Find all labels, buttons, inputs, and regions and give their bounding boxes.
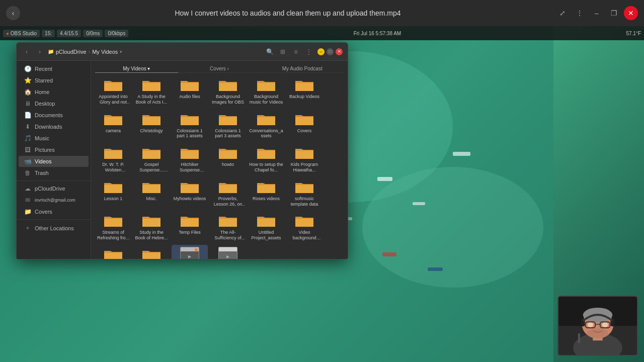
sidebar-item-starred[interactable]: ⭐ Starred <box>19 75 89 86</box>
fm-controls-right: 🔍 ⊞ ≡ ⋮ <box>264 46 314 57</box>
sidebar-label-home: Home <box>35 89 49 95</box>
sidebar-item-trash[interactable]: 🗑 Trash <box>19 167 89 178</box>
sidebar-item-home[interactable]: 🏠 Home <box>19 86 89 98</box>
folder-youtube[interactable]: Youtube downloads <box>95 245 131 259</box>
folder-camera[interactable]: camera <box>95 109 131 141</box>
svg-point-20 <box>602 322 608 327</box>
restore-button[interactable]: ❐ <box>607 6 621 20</box>
pcloud-icon: ☁ <box>24 185 32 192</box>
recent-icon: 🕐 <box>24 65 32 72</box>
fm-maximize-button[interactable]: □ <box>327 48 334 55</box>
fm-main-content: My Videos ▾ Covers › My Audio Podcast Ap… <box>91 61 348 259</box>
sidebar-label-recent: Recent <box>35 66 52 72</box>
folder-study-acts[interactable]: A Study in the Book of Acts I... <box>133 75 170 107</box>
folder-dr-wtp[interactable]: Dr. W. T. P. Wolsten Biograph... <box>95 143 131 175</box>
folder-col3[interactable]: Colossians 1 part 3 assets <box>210 109 246 141</box>
fm-column-headers: My Videos ▾ Covers › My Audio Podcast <box>95 65 344 73</box>
folder-video-bg[interactable]: Video background assets <box>286 211 323 243</box>
folder-roses[interactable]: Roses videos <box>248 177 284 209</box>
folder-hitchiker[interactable]: Hitchiker Suspense Thriller_... <box>172 143 208 175</box>
sidebar-item-pictures[interactable]: 🖼 Pictures <box>19 144 89 155</box>
video-title: How I convert videos to audios and clean… <box>175 9 400 17</box>
file-2021-07-16-video2[interactable]: ▶ 2021-07-16 05:57:32.mp4 <box>210 245 246 259</box>
fm-path-bar: 📁 pCloudDrive › My Videos ▾ <box>48 49 261 55</box>
folder-misc[interactable]: Misc. <box>133 177 170 209</box>
sidebar-label-desktop: Desktop <box>35 101 55 107</box>
folder-kids[interactable]: Kids Program Hiawatha... <box>286 143 323 175</box>
folder-bg-music[interactable]: Background music for Videos <box>248 75 284 107</box>
folder-study-hebrews[interactable]: Study in the Book of Hebre... <box>133 211 170 243</box>
pictures-icon: 🖼 <box>24 146 32 153</box>
sidebar-label-videos: Videos <box>35 158 51 164</box>
sidebar-label-pictures: Pictures <box>35 147 55 153</box>
fm-more-button[interactable]: ⋮ <box>303 46 314 57</box>
svg-rect-8 <box>382 252 396 256</box>
home-icon: 🏠 <box>24 88 32 96</box>
fm-close-button[interactable]: ✕ <box>336 48 343 55</box>
obs-label: OBS Studio <box>11 31 37 36</box>
fm-minimize-button[interactable]: – <box>317 48 325 55</box>
col-header-covers[interactable]: Covers › <box>178 65 261 73</box>
folder-backup-videos[interactable]: Backup Videos <box>286 75 323 107</box>
back-button[interactable]: ‹ <box>6 6 20 20</box>
folder-untitled[interactable]: Untitled Project_assets <box>248 211 284 243</box>
minimize-button[interactable]: – <box>590 6 604 20</box>
frames-dropped: 0/0ms <box>83 30 103 37</box>
taskbar-clock: Fri Jul 16 5:57:38 AM <box>130 31 624 36</box>
file-2021-07-16-video[interactable]: ▶ 2021-07-16 05:40:03.mp4 <box>172 245 208 259</box>
folder-conversations[interactable]: Conversations_assets <box>248 109 284 141</box>
sidebar-item-pcloud[interactable]: ☁ pCloudDrive <box>19 183 89 194</box>
folder-all-sufficiency[interactable]: The All-Sufficiency of Christ <box>210 211 246 243</box>
email-icon: ✉ <box>24 197 32 204</box>
sidebar-item-videos[interactable]: 📹 Videos <box>19 156 89 167</box>
folder-audio-files[interactable]: Audio files <box>172 75 208 107</box>
fm-back-button[interactable]: ‹ <box>22 47 32 57</box>
folder-bg-images[interactable]: Background Images for OBS <box>210 75 246 107</box>
fm-path-dropdown[interactable]: ▾ <box>120 49 122 54</box>
fullscreen-button[interactable]: ⤢ <box>555 6 570 20</box>
cpu-usage: 4.4/15.5 <box>57 30 81 37</box>
fm-window-controls: – □ ✕ <box>317 48 343 55</box>
folder-temp-files[interactable]: Temp Files <box>172 211 208 243</box>
folder-covers[interactable]: Covers <box>286 109 323 141</box>
folder-appointed[interactable]: Appointed into Glory and not u... <box>95 75 131 107</box>
folder-lesson1[interactable]: Lesson 1 <box>95 177 131 209</box>
starred-icon: ⭐ <box>24 77 32 84</box>
col-header-audio-podcast[interactable]: My Audio Podcast <box>261 65 344 73</box>
fm-sidebar: 🕐 Recent ⭐ Starred 🏠 Home 🖥 Desktop <box>17 61 91 259</box>
folder-gospel[interactable]: Gospel Suspense... covers <box>133 143 170 175</box>
sidebar-item-recent[interactable]: 🕐 Recent <box>19 63 89 74</box>
sidebar-item-email[interactable]: ✉ invrisch@gmail.com <box>19 195 89 206</box>
fm-view-button[interactable]: ⊞ <box>277 46 288 57</box>
folder-howto[interactable]: howto <box>210 143 246 175</box>
obs-icon: ● <box>6 31 9 36</box>
sidebar-item-covers[interactable]: 📁 Covers <box>19 206 89 217</box>
folder-how-to-setup[interactable]: How to setup the Chapel fo... <box>248 143 284 175</box>
svg-rect-5 <box>413 202 425 205</box>
sidebar-item-downloads[interactable]: ⬇ Downloads <box>19 121 89 132</box>
bitrate: 0/0kbps <box>105 30 128 37</box>
sidebar-label-downloads: Downloads <box>35 124 62 130</box>
sidebar-label-starred: Starred <box>35 77 53 83</box>
more-button[interactable]: ⋮ <box>573 6 587 20</box>
folder-myhowto[interactable]: Myhowto videos <box>172 177 208 209</box>
fm-list-button[interactable]: ≡ <box>290 46 301 57</box>
fm-body: 🕐 Recent ⭐ Starred 🏠 Home 🖥 Desktop <box>17 61 348 259</box>
obs-studio-item[interactable]: ● OBS Studio <box>3 30 40 37</box>
sidebar-item-documents[interactable]: 📄 Documents <box>19 110 89 121</box>
sidebar-item-other-locations[interactable]: ＋ Other Locations <box>19 222 89 234</box>
fm-icon-grid: Appointed into Glory and not u... A Stud… <box>95 75 344 259</box>
temperature: 57.1°F <box>626 31 641 36</box>
folder-softmusic[interactable]: softmusic template data <box>286 177 323 209</box>
sidebar-item-music[interactable]: 🎵 Music <box>19 133 89 144</box>
col-header-my-videos[interactable]: My Videos ▾ <box>95 65 178 73</box>
folder-streams[interactable]: Streams of Refreshing from the... <box>95 211 131 243</box>
sidebar-item-desktop[interactable]: 🖥 Desktop <box>19 98 89 109</box>
folder-christology[interactable]: Christology <box>133 109 170 141</box>
folder-col1[interactable]: Colossians 1 part 1 assets <box>172 109 208 141</box>
close-button[interactable]: ✕ <box>624 6 638 20</box>
fm-forward-button[interactable]: › <box>35 47 45 57</box>
folder-proverbs[interactable]: Proverbs, Lesson 26, on Down... <box>210 177 246 209</box>
fm-search-button[interactable]: 🔍 <box>264 46 275 57</box>
folder-zoom[interactable]: Zoom <box>133 245 170 259</box>
